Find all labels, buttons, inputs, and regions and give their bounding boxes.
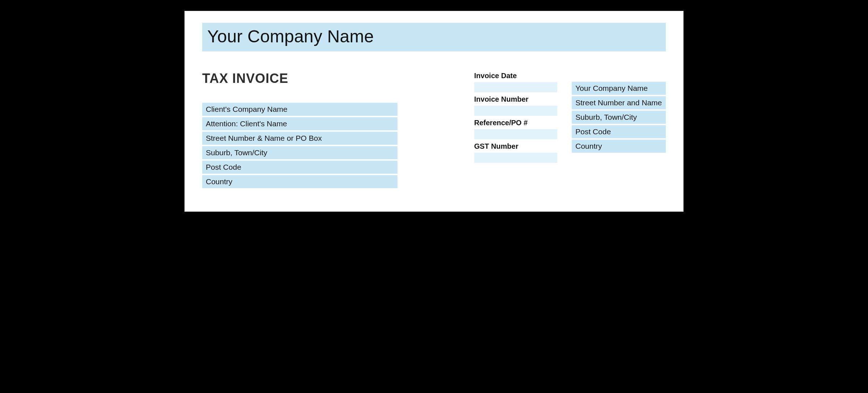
invoice-date-label: Invoice Date <box>474 71 557 81</box>
left-column: TAX INVOICE Client's Company Name Attent… <box>202 71 397 188</box>
company-postcode-field[interactable]: Post Code <box>572 125 666 138</box>
client-postcode-field[interactable]: Post Code <box>202 161 397 174</box>
company-name-field[interactable]: Your Company Name <box>572 82 666 95</box>
reference-po-label: Reference/PO # <box>474 118 557 128</box>
invoice-number-group: Invoice Number <box>474 94 557 116</box>
client-company-field[interactable]: Client's Company Name <box>202 103 397 116</box>
client-attention-field[interactable]: Attention: Client's Name <box>202 117 397 130</box>
client-street-field[interactable]: Street Number & Name or PO Box <box>202 132 397 145</box>
invoice-date-field[interactable] <box>474 82 557 92</box>
invoice-number-label: Invoice Number <box>474 94 557 104</box>
content-columns: TAX INVOICE Client's Company Name Attent… <box>202 71 666 188</box>
reference-po-field[interactable] <box>474 129 557 139</box>
document-title: TAX INVOICE <box>202 71 397 86</box>
gst-number-group: GST Number <box>474 141 557 163</box>
invoice-page: Your Company Name TAX INVOICE Client's C… <box>184 11 684 212</box>
company-suburb-field[interactable]: Suburb, Town/City <box>572 111 666 124</box>
company-name-banner[interactable]: Your Company Name <box>202 23 666 51</box>
company-address-block: Your Company Name Street Number and Name… <box>572 82 666 153</box>
client-suburb-field[interactable]: Suburb, Town/City <box>202 146 397 159</box>
invoice-meta-column: Invoice Date Invoice Number Reference/PO… <box>474 71 557 165</box>
reference-po-group: Reference/PO # <box>474 118 557 139</box>
company-name-text: Your Company Name <box>207 26 661 46</box>
gst-number-label: GST Number <box>474 141 557 151</box>
client-address-block: Client's Company Name Attention: Client'… <box>202 103 397 188</box>
company-street-field[interactable]: Street Number and Name <box>572 96 666 109</box>
invoice-number-field[interactable] <box>474 106 557 116</box>
invoice-date-group: Invoice Date <box>474 71 557 92</box>
client-country-field[interactable]: Country <box>202 175 397 188</box>
gst-number-field[interactable] <box>474 153 557 163</box>
company-country-field[interactable]: Country <box>572 140 666 153</box>
